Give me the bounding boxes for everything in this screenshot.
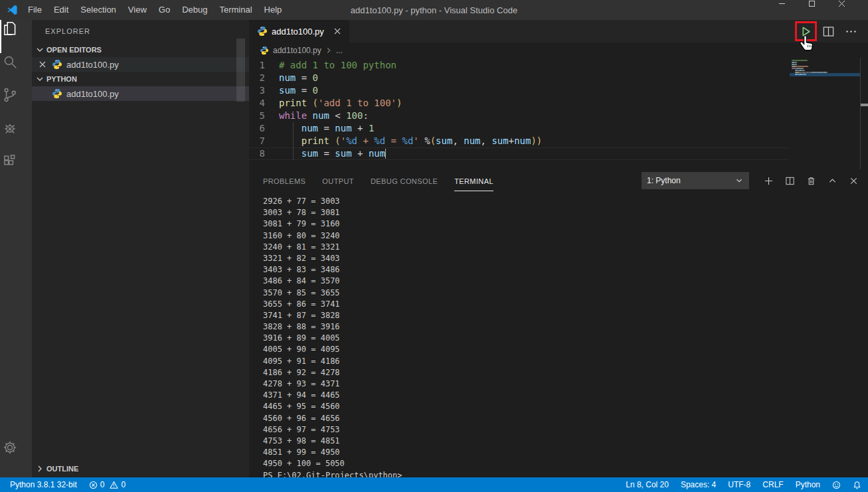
terminal-output[interactable]: 2926 + 77 = 30033003 + 78 = 30813081 + 7… bbox=[249, 192, 868, 477]
status-item-ln-8-col-20[interactable]: Ln 8, Col 20 bbox=[626, 480, 669, 489]
kill-terminal-button[interactable] bbox=[806, 176, 816, 186]
editor-tab-label: add1to100.py bbox=[272, 27, 324, 37]
status-item-python[interactable]: Python bbox=[796, 480, 820, 489]
tree-file-label: add1to100.py bbox=[66, 89, 119, 99]
code-line[interactable]: 3sum = 0 bbox=[249, 84, 790, 97]
activity-extensions[interactable] bbox=[0, 153, 32, 186]
status-bar-left: Python 3.8.1 32-bit 0 0 bbox=[10, 480, 126, 489]
menu-item-selection[interactable]: Selection bbox=[74, 0, 122, 20]
sidebar-scrollbar[interactable] bbox=[236, 39, 245, 102]
menu-item-go[interactable]: Go bbox=[153, 0, 176, 20]
close-panel-button[interactable] bbox=[849, 176, 859, 186]
terminal-output-line: 3655 + 86 = 3741 bbox=[263, 299, 868, 310]
problems-status[interactable]: 0 0 bbox=[89, 480, 126, 489]
breadcrumb[interactable]: add1to100.py ... bbox=[249, 42, 868, 58]
terminal-output-line: 3160 + 80 = 3240 bbox=[263, 230, 868, 242]
menu-item-help[interactable]: Help bbox=[258, 0, 288, 20]
editor-tab-bar: add1to100.py bbox=[249, 20, 868, 42]
code-editor[interactable]: 1# add 1 to 100 python2num = 03sum = 04p… bbox=[249, 58, 868, 169]
panel-tab-output[interactable]: OUTPUT bbox=[322, 171, 354, 191]
menu-item-file[interactable]: File bbox=[22, 0, 48, 20]
menu-item-edit[interactable]: Edit bbox=[48, 0, 74, 20]
minimize-button[interactable] bbox=[778, 0, 808, 20]
code-line[interactable]: 8 sum = sum + num bbox=[249, 147, 790, 160]
maximize-icon bbox=[808, 0, 838, 20]
breadcrumb-file[interactable]: add1to100.py bbox=[273, 46, 321, 55]
warning-count: 0 bbox=[121, 480, 126, 489]
editor-tab[interactable]: add1to100.py bbox=[249, 20, 349, 42]
open-editors-section-header[interactable]: OPEN EDITORS bbox=[32, 42, 249, 57]
editor-scrollbar-thumb[interactable] bbox=[861, 104, 868, 106]
panel-tab-problems[interactable]: PROBLEMS bbox=[263, 171, 305, 191]
terminal-output-line: 3741 + 87 = 3828 bbox=[263, 310, 868, 321]
status-item-spaces-4[interactable]: Spaces: 4 bbox=[681, 480, 716, 489]
run-python-file-button[interactable] bbox=[800, 25, 812, 38]
new-terminal-button[interactable] bbox=[764, 176, 774, 186]
menu-item-debug[interactable]: Debug bbox=[176, 0, 213, 20]
terminal-output-line: 3916 + 89 = 4005 bbox=[263, 333, 868, 344]
code-line[interactable]: 1# add 1 to 100 python bbox=[249, 59, 790, 72]
minimap-line bbox=[792, 68, 860, 69]
panel-tab-terminal[interactable]: TERMINAL bbox=[454, 171, 493, 191]
more-actions-button[interactable] bbox=[845, 25, 857, 38]
smiley-button[interactable] bbox=[832, 481, 841, 489]
code-line[interactable]: 7 print ('%d + %d = %d' %(sum, num, sum+… bbox=[249, 135, 790, 147]
minimap-line bbox=[792, 66, 860, 67]
code-line[interactable]: 5while num < 100: bbox=[249, 110, 790, 122]
terminal-output-line: 3003 + 78 = 3081 bbox=[263, 207, 868, 218]
maximize-panel-button[interactable] bbox=[827, 176, 837, 186]
activity-files[interactable] bbox=[0, 20, 32, 53]
panel-tab-debug-console[interactable]: DEBUG CONSOLE bbox=[371, 171, 438, 191]
kill-terminal-icon bbox=[806, 176, 816, 186]
text-cursor bbox=[385, 149, 386, 159]
tree-file-item[interactable]: add1to100.py bbox=[32, 86, 249, 101]
activity-search[interactable] bbox=[0, 53, 32, 86]
terminal-selector-dropdown[interactable]: 1: Python bbox=[642, 172, 749, 189]
close-tab-icon[interactable] bbox=[332, 26, 343, 37]
terminal-output-line: 3570 + 85 = 3655 bbox=[263, 287, 868, 299]
files-icon bbox=[1, 20, 32, 53]
code-text: sum = sum + num bbox=[279, 147, 386, 160]
editor-overview-ruler[interactable] bbox=[860, 58, 868, 169]
minimap[interactable] bbox=[790, 58, 860, 169]
terminal-output-line: 4005 + 90 = 4095 bbox=[263, 344, 868, 355]
bell-icon bbox=[853, 481, 861, 489]
breadcrumb-more[interactable]: ... bbox=[336, 46, 343, 55]
code-line[interactable]: 2num = 0 bbox=[249, 72, 790, 84]
code-line[interactable]: 4print ('add 1 to 100') bbox=[249, 97, 790, 110]
close-icon[interactable] bbox=[37, 59, 48, 70]
split-editor-button[interactable] bbox=[822, 25, 835, 38]
code-line[interactable]: 6 num = num + 1 bbox=[249, 122, 790, 135]
menu-item-view[interactable]: View bbox=[122, 0, 153, 20]
close-panel-icon bbox=[849, 176, 859, 186]
menu-item-terminal[interactable]: Terminal bbox=[213, 0, 258, 20]
window-close-button[interactable] bbox=[838, 0, 868, 20]
terminal-output-line: 3321 + 82 = 3403 bbox=[263, 253, 868, 264]
python-file-icon bbox=[52, 59, 62, 70]
open-editor-item[interactable]: add1to100.py bbox=[32, 57, 249, 72]
outline-section-header[interactable]: OUTLINE bbox=[32, 461, 249, 476]
activity-settings-gear[interactable] bbox=[0, 439, 32, 472]
maximize-button[interactable] bbox=[808, 0, 838, 20]
new-terminal-icon bbox=[764, 176, 774, 186]
bell-button[interactable] bbox=[853, 481, 861, 489]
smiley-icon bbox=[832, 481, 841, 489]
activity-debug[interactable] bbox=[0, 120, 32, 153]
code-text: while num < 100: bbox=[279, 110, 369, 122]
split-terminal-button[interactable] bbox=[785, 176, 795, 186]
activity-source-control[interactable] bbox=[0, 86, 32, 120]
folder-label: PYTHON bbox=[46, 75, 77, 83]
terminal-selector-value: 1: Python bbox=[647, 176, 681, 185]
editor-actions bbox=[800, 20, 868, 42]
python-interpreter-status[interactable]: Python 3.8.1 32-bit bbox=[10, 480, 77, 489]
minimap-line bbox=[792, 74, 860, 75]
folder-section-header[interactable]: PYTHON bbox=[32, 72, 249, 86]
code-lines: 1# add 1 to 100 python2num = 03sum = 04p… bbox=[249, 58, 790, 169]
line-number: 4 bbox=[249, 97, 279, 110]
status-item-utf-8[interactable]: UTF-8 bbox=[728, 480, 750, 489]
terminal-output-line: 4950 + 100 = 5050 bbox=[263, 458, 868, 469]
status-bar-right: Ln 8, Col 20Spaces: 4UTF-8CRLFPython bbox=[626, 480, 861, 489]
panel-actions bbox=[764, 176, 859, 186]
error-icon bbox=[89, 481, 98, 489]
status-item-crlf[interactable]: CRLF bbox=[762, 480, 783, 489]
